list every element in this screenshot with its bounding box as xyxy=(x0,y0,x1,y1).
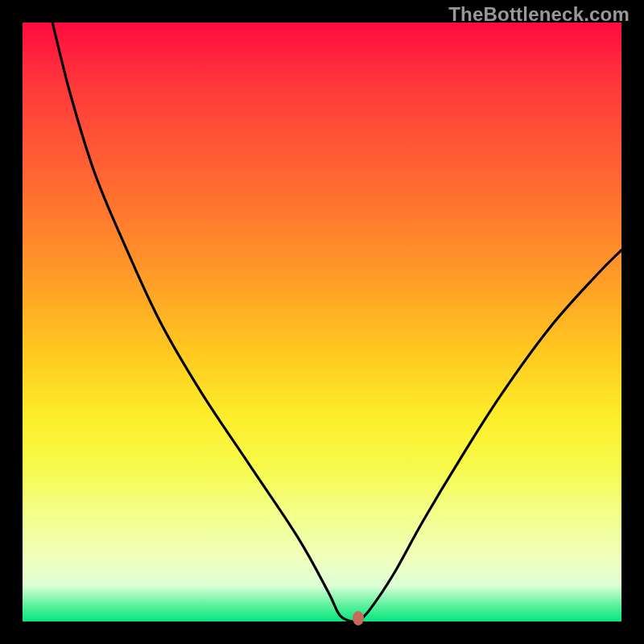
plot-area xyxy=(23,23,621,621)
watermark-text: TheBottleneck.com xyxy=(448,3,630,26)
min-marker xyxy=(353,611,364,625)
curve-svg xyxy=(23,23,621,621)
chart-frame: TheBottleneck.com xyxy=(0,0,644,644)
bottleneck-curve-path xyxy=(52,23,621,621)
